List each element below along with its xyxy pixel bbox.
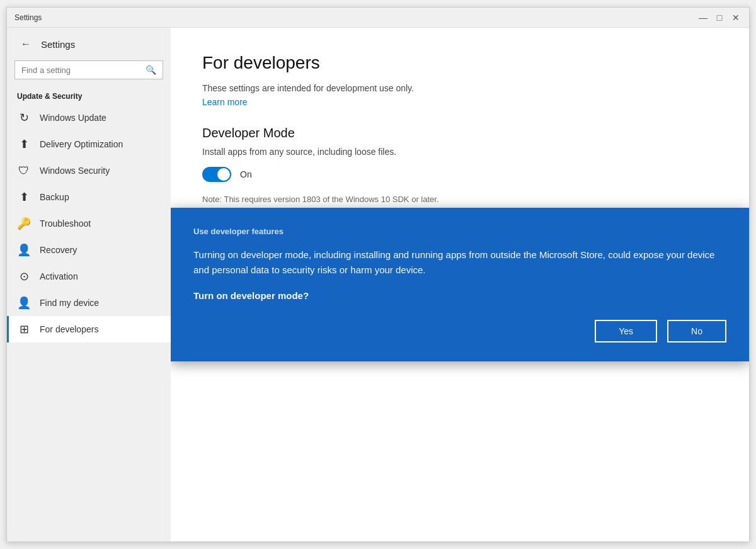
sidebar-item-for-developers[interactable]: ⊞ For developers bbox=[7, 316, 171, 342]
sidebar-item-windows-security[interactable]: 🛡 Windows Security bbox=[7, 157, 171, 184]
sidebar-item-recovery[interactable]: 👤 Recovery bbox=[7, 237, 171, 263]
sidebar-item-label: Windows Security bbox=[40, 166, 110, 176]
dialog-overlay: Use developer features Turning on develo… bbox=[171, 28, 749, 541]
content-area: ← Settings 🔍 Update & Security ↻ Windows… bbox=[7, 28, 749, 541]
sidebar-item-label: Activation bbox=[40, 271, 78, 281]
sidebar-item-label: Find my device bbox=[40, 298, 99, 308]
titlebar: Settings — □ ✕ bbox=[7, 8, 749, 28]
sidebar-item-label: Backup bbox=[40, 192, 69, 202]
close-button[interactable]: ✕ bbox=[730, 12, 742, 23]
main-content: For developers These settings are intend… bbox=[171, 28, 749, 541]
section-header: Update & Security bbox=[7, 84, 171, 105]
delivery-optimization-icon: ⬆ bbox=[17, 137, 31, 151]
sidebar-top: ← Settings bbox=[7, 28, 171, 60]
recovery-icon: 👤 bbox=[17, 243, 31, 257]
windows-update-icon: ↻ bbox=[17, 111, 31, 125]
backup-icon: ⬆ bbox=[17, 190, 31, 204]
search-box[interactable]: 🔍 bbox=[14, 60, 163, 79]
dialog-body: Turning on developer mode, including ins… bbox=[193, 247, 726, 278]
search-input[interactable] bbox=[21, 65, 142, 75]
find-my-device-icon: 👤 bbox=[17, 296, 31, 310]
sidebar-item-label: Troubleshoot bbox=[40, 218, 91, 229]
yes-button[interactable]: Yes bbox=[595, 320, 657, 342]
sidebar-item-label: For developers bbox=[40, 324, 98, 334]
search-icon: 🔍 bbox=[146, 65, 156, 75]
for-developers-icon: ⊞ bbox=[17, 322, 31, 336]
troubleshoot-icon: 🔑 bbox=[17, 217, 31, 230]
activation-icon: ⊙ bbox=[17, 269, 31, 283]
sidebar-item-find-my-device[interactable]: 👤 Find my device bbox=[7, 290, 171, 316]
sidebar-item-label: Recovery bbox=[40, 245, 77, 255]
sidebar-item-troubleshoot[interactable]: 🔑 Troubleshoot bbox=[7, 210, 171, 237]
windows-security-icon: 🛡 bbox=[17, 164, 31, 178]
dialog-buttons: Yes No bbox=[193, 320, 726, 342]
sidebar-item-delivery-optimization[interactable]: ⬆ Delivery Optimization bbox=[7, 131, 171, 157]
sidebar-item-windows-update[interactable]: ↻ Windows Update bbox=[7, 105, 171, 131]
dialog-question: Turn on developer mode? bbox=[193, 290, 726, 301]
titlebar-title: Settings bbox=[14, 13, 42, 22]
sidebar: ← Settings 🔍 Update & Security ↻ Windows… bbox=[7, 28, 171, 541]
back-button[interactable]: ← bbox=[17, 35, 35, 53]
no-button[interactable]: No bbox=[667, 320, 726, 342]
maximize-button[interactable]: □ bbox=[714, 12, 725, 23]
use-developer-features-dialog: Use developer features Turning on develo… bbox=[171, 208, 749, 361]
dialog-header: Use developer features bbox=[193, 227, 726, 236]
sidebar-app-title: Settings bbox=[41, 39, 75, 50]
sidebar-item-activation[interactable]: ⊙ Activation bbox=[7, 263, 171, 290]
sidebar-item-backup[interactable]: ⬆ Backup bbox=[7, 184, 171, 210]
titlebar-controls: — □ ✕ bbox=[697, 12, 742, 23]
sidebar-item-label: Delivery Optimization bbox=[40, 139, 123, 149]
sidebar-item-label: Windows Update bbox=[40, 113, 106, 123]
minimize-button[interactable]: — bbox=[697, 12, 709, 23]
settings-window: Settings — □ ✕ ← Settings 🔍 Update & Sec… bbox=[6, 7, 750, 542]
